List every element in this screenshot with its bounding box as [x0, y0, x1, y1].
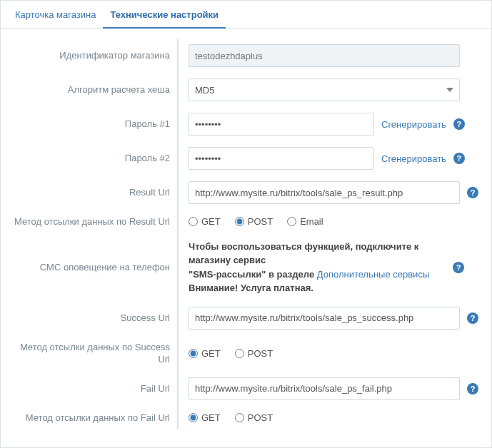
generate-password1-link[interactable]: Сгенерировать — [381, 119, 446, 130]
radio-result-get[interactable]: GET — [189, 216, 221, 227]
label-password1: Пароль #1 — [14, 107, 177, 141]
shop-id-input — [189, 44, 460, 67]
sms-line1: Чтобы воспользоваться функцией, подключи… — [189, 241, 418, 266]
label-result-method: Метод отсылки данных по Result Url — [14, 210, 177, 234]
radio-result-email[interactable]: Email — [287, 216, 323, 227]
label-fail-url: Fail Url — [14, 372, 177, 406]
radio-input[interactable] — [189, 413, 198, 422]
result-url-input[interactable] — [189, 181, 460, 204]
sms-line3: Внимание! Услуга платная. — [189, 282, 313, 293]
radio-result-post[interactable]: POST — [235, 216, 273, 227]
help-icon[interactable]: ? — [453, 118, 465, 130]
label-success-method: Метод отсылки данных по Success Url — [14, 335, 177, 372]
radio-input[interactable] — [235, 217, 244, 226]
hash-algo-select[interactable]: MD5 — [189, 78, 460, 101]
chevron-down-icon — [446, 88, 453, 92]
radio-label: GET — [201, 348, 221, 359]
label-result-url: Result Url — [14, 175, 177, 210]
label-password2: Пароль #2 — [14, 141, 177, 175]
tabs: Карточка магазина Технические настройки — [1, 1, 491, 29]
radio-label: POST — [248, 348, 273, 359]
help-icon[interactable]: ? — [467, 312, 478, 324]
tab-tech-settings[interactable]: Технические настройки — [103, 1, 226, 29]
radio-success-get[interactable]: GET — [189, 348, 221, 359]
radio-input[interactable] — [235, 413, 244, 422]
password1-input[interactable] — [189, 113, 374, 136]
radio-fail-get[interactable]: GET — [189, 412, 221, 423]
radio-label: GET — [201, 412, 221, 423]
radio-fail-post[interactable]: POST — [235, 412, 273, 423]
radio-label: Email — [300, 216, 323, 227]
hash-algo-value: MD5 — [195, 85, 214, 96]
fail-url-input[interactable] — [189, 377, 460, 400]
radio-input[interactable] — [189, 349, 198, 358]
radio-label: POST — [248, 216, 273, 227]
generate-password2-link[interactable]: Сгенерировать — [381, 153, 446, 164]
settings-panel: Карточка магазина Технические настройки … — [0, 0, 492, 448]
label-fail-method: Метод отсылки данных по Fail Url — [14, 406, 177, 430]
label-shop-id: Идентификатор магазина — [14, 39, 177, 73]
success-url-input[interactable] — [189, 307, 460, 330]
help-icon[interactable]: ? — [453, 153, 465, 164]
sms-notice-text: Чтобы воспользоваться функцией, подключи… — [189, 240, 446, 295]
radio-input[interactable] — [235, 349, 244, 358]
help-icon[interactable]: ? — [467, 187, 478, 198]
label-hash-algo: Алгоритм расчета хеша — [14, 73, 177, 107]
help-icon[interactable]: ? — [453, 262, 464, 273]
sms-line2: "SMS-рассылки" в разделе — [189, 269, 317, 280]
help-icon[interactable]: ? — [467, 383, 478, 394]
tab-shop-card[interactable]: Карточка магазина — [8, 1, 103, 29]
settings-form: Идентификатор магазина Алгоритм расчета … — [1, 29, 491, 442]
label-sms: СМС оповещение на телефон — [14, 234, 177, 301]
radio-input[interactable] — [287, 217, 296, 226]
radio-label: GET — [201, 216, 221, 227]
password2-input[interactable] — [189, 147, 374, 170]
additional-services-link[interactable]: Дополнительные сервисы — [317, 269, 430, 280]
radio-success-post[interactable]: POST — [235, 348, 273, 359]
radio-input[interactable] — [189, 217, 198, 226]
label-success-url: Success Url — [14, 301, 177, 335]
radio-label: POST — [248, 412, 273, 423]
